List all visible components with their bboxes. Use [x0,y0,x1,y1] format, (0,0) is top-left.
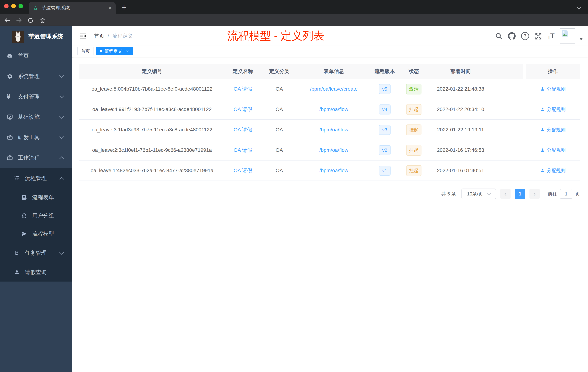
close-window-button[interactable] [4,4,9,8]
help-icon[interactable]: ? [521,32,529,40]
avatar[interactable] [560,28,575,44]
minimize-window-button[interactable] [11,4,16,8]
sidebar-item-user-group[interactable]: 用户分组 [0,207,72,225]
sidebar-item-leave-query[interactable]: 请假查询 [0,263,72,282]
yen-icon: ¥ [7,93,13,100]
fixed-column-gap [523,64,526,79]
status-badge: 激活 [406,84,421,94]
col-status: 状态 [399,64,428,79]
col-deploy-time: 部署时间 [428,64,493,79]
cell-deploy-time: 2022-01-22 19:19:11 [428,120,493,140]
form-link[interactable]: /bpm/oa/leave/create [310,86,358,92]
list-icon [14,175,20,181]
next-page-button[interactable]: › [529,189,540,199]
cell-category: OA [261,140,297,160]
form-link[interactable]: /bpm/oa/flow [319,107,348,112]
sidebar-item-workflow[interactable]: 工作流程 [0,148,72,168]
tab-search-chevron-icon[interactable] [577,5,581,10]
toolbox-icon [7,134,13,141]
cell-deploy-time: 2022-01-22 21:48:38 [428,79,493,99]
status-badge: 挂起 [406,165,421,176]
current-page-button[interactable]: 1 [515,189,525,199]
cell-definition-id: oa_leave:4:991f2193-7b7f-11ec-a3c8-acde4… [79,99,225,119]
definition-name-link[interactable]: OA 请假 [234,86,252,92]
sidebar-item-label: 系统管理 [18,73,40,80]
form-link[interactable]: /bpm/oa/flow [319,168,348,174]
col-actions: 操作 [526,64,580,79]
sidebar-item-process-management[interactable]: 流程管理 [0,168,72,188]
sidebar-item-label: 支付管理 [18,93,40,100]
back-icon[interactable] [4,17,10,24]
monitor-icon [7,114,13,120]
new-tab-button[interactable]: + [121,2,126,12]
definition-name-link[interactable]: OA 请假 [234,106,252,113]
tag-process-definition[interactable]: 流程定义 × [96,47,133,55]
table-header-row: 定义编号 定义名称 定义分类 表单信息 流程版本 状态 部署时间 操作 [79,64,580,79]
definition-name-link[interactable]: OA 请假 [234,126,252,133]
cell-definition-id: oa_leave:3:1fad3d93-7b75-11ec-a3c8-acde4… [79,120,225,140]
col-filler [493,64,526,79]
tag-close-icon[interactable]: × [126,49,129,54]
table-row: oa_leave:4:991f2193-7b7f-11ec-a3c8-acde4… [79,99,580,120]
definition-name-link[interactable]: OA 请假 [234,147,252,153]
page-unit-label: 页 [575,191,580,197]
home-icon[interactable] [39,17,46,24]
sidebar-item-payment[interactable]: ¥ 支付管理 [0,87,72,107]
breadcrumb-current: 流程定义 [112,33,133,40]
page-size-select[interactable]: 10条/页 [462,188,496,199]
definition-name-link[interactable]: OA 请假 [234,167,252,174]
sidebar-menu: 首页 系统管理 ¥ 支付管理 基础设施 [0,46,72,282]
chevron-down-icon [59,73,64,78]
form-link[interactable]: /bpm/oa/flow [319,147,348,153]
col-definition-name: 定义名称 [225,64,261,79]
cell-category: OA [261,79,297,99]
cell-category: OA [261,161,297,181]
sidebar-item-label: 研发工具 [18,134,40,141]
assign-rule-button[interactable]: 分配规则 [540,147,566,153]
sidebar-item-process-model[interactable]: 流程模型 [0,225,72,243]
fullscreen-icon[interactable] [535,32,542,40]
screen: 芋道管理系统 × + 不安全 dashboard.yudao.iocoder.c… [0,0,588,372]
sidebar-item-label: 流程表单 [32,194,54,201]
sidebar-item-label: 请假查询 [25,269,47,276]
table-row: oa_leave:3:1fad3d93-7b75-11ec-a3c8-acde4… [79,120,580,140]
form-link[interactable]: /bpm/oa/flow [319,127,348,133]
sidebar-item-system[interactable]: 系统管理 [0,66,72,87]
sidebar-item-devtools[interactable]: 研发工具 [0,127,72,148]
sidebar-item-label: 基础设施 [18,113,40,121]
sidebar-logo: 芋道管理系统 [0,26,72,43]
sidebar-item-label: 任务管理 [25,249,47,257]
assign-rule-button[interactable]: 分配规则 [540,86,566,92]
reload-icon[interactable] [27,17,34,24]
chevron-up-icon [59,177,64,181]
assign-rule-button[interactable]: 分配规则 [540,167,566,174]
github-icon[interactable] [508,32,516,40]
chevron-down-icon [487,191,491,195]
avatar-dropdown-caret-icon[interactable] [579,38,583,40]
browser-toolbar: 不安全 dashboard.yudao.iocoder.cn /bpm/mana… [0,14,588,26]
version-badge: v4 [379,104,390,114]
tag-home[interactable]: 首页 [77,47,94,55]
assign-rule-button[interactable]: 分配规则 [540,127,566,133]
sidebar-item-infra[interactable]: 基础设施 [0,107,72,127]
browser-tabstrip: 芋道管理系统 × + [0,0,588,14]
search-icon[interactable] [495,32,503,40]
tab-close-icon[interactable]: × [108,5,112,11]
col-process-version: 流程版本 [370,64,399,79]
sidebar-item-process-form[interactable]: 流程表单 [0,188,72,207]
assign-rule-button[interactable]: 分配规则 [540,106,566,113]
sidebar-item-task-management[interactable]: 任务管理 [0,243,72,263]
browser-tab[interactable]: 芋道管理系统 × [29,2,116,14]
cell-category: OA [261,99,297,119]
sidebar-item-home[interactable]: 首页 [0,46,72,66]
forward-icon[interactable] [16,17,22,24]
sidebar-collapse-icon[interactable] [79,33,86,40]
person-icon [540,148,545,153]
col-definition-category: 定义分类 [261,64,297,79]
zoom-window-button[interactable] [19,4,23,8]
prev-page-button[interactable]: ‹ [500,189,511,199]
goto-page-input[interactable]: 1 [560,189,572,199]
breadcrumb-home[interactable]: 首页 [94,33,104,40]
font-size-icon[interactable]: TT [548,33,555,40]
cell-deploy-time: 2022-01-16 01:40:51 [428,161,493,181]
